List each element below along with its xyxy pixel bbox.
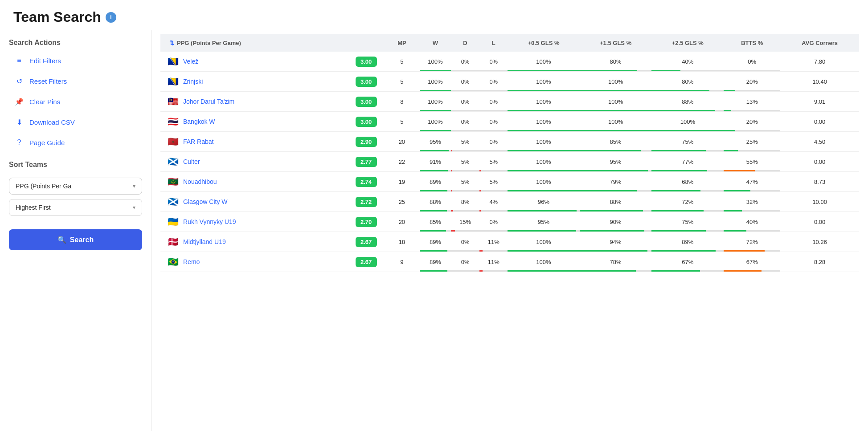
download-icon: ⬇ xyxy=(14,117,24,127)
stat-cell: 0% xyxy=(724,52,780,72)
pin-icon: 📌 xyxy=(14,97,24,106)
team-flag: 🏴󠁧󠁢󠁳󠁣󠁴󠁿 xyxy=(168,196,179,207)
team-name[interactable]: Midtjylland U19 xyxy=(183,232,351,252)
team-name[interactable]: Remo xyxy=(183,252,351,272)
team-name[interactable]: Velež xyxy=(183,52,351,71)
search-button-label: Search xyxy=(70,236,94,244)
table-row: 🇲🇦 FAR Rabat 2.90 20 95% 5% 0% 100% xyxy=(160,132,859,152)
team-flag: 🇺🇦 xyxy=(168,216,179,227)
team-name[interactable]: Zrinjski xyxy=(183,72,351,91)
stat-cell: 96% xyxy=(508,192,580,212)
sort-field-dropdown[interactable]: PPG (Points Per Ga ▾ xyxy=(9,178,142,195)
stat-cell: 90% xyxy=(580,212,652,232)
main-content: Search Actions ≡ Edit Filters ↺ Reset Fi… xyxy=(0,30,868,431)
corners-cell: 0.00 xyxy=(780,212,859,232)
stat-cell: 25% xyxy=(724,132,780,152)
stat-cell: 0% xyxy=(479,112,508,132)
team-name[interactable]: Rukh Vynnyky U19 xyxy=(183,212,351,232)
corners-cell: 8.73 xyxy=(780,172,859,192)
corners-cell: 8.28 xyxy=(780,252,859,272)
corners-cell: 0.00 xyxy=(780,152,859,172)
team-name[interactable]: FAR Rabat xyxy=(183,132,351,151)
ppg-badge: 2.72 xyxy=(356,197,377,207)
table-row: 🇹🇭 Bangkok W 3.00 5 100% 0% 0% 100% xyxy=(160,112,859,132)
stat-cell: 100% xyxy=(508,152,580,172)
stat-cell: 40% xyxy=(724,212,780,232)
search-button[interactable]: 🔍 Search xyxy=(9,229,142,250)
ppg-badge: 3.00 xyxy=(356,77,377,87)
team-name[interactable]: Glasgow City W xyxy=(183,192,351,211)
team-name[interactable]: Culter xyxy=(183,152,351,171)
team-flag: 🇧🇦 xyxy=(168,76,179,87)
stat-cell: 100% xyxy=(508,92,580,112)
stat-cell: 20% xyxy=(724,72,780,92)
stat-cell: 89% xyxy=(420,172,450,192)
col-header-mp: MP xyxy=(384,34,420,52)
stat-cell: 100% xyxy=(580,112,652,132)
clear-pins-button[interactable]: 📌 Clear Pins xyxy=(9,92,142,111)
sliders-icon: ≡ xyxy=(14,56,24,65)
stat-cell: 0% xyxy=(479,72,508,92)
stat-cell: 5% xyxy=(451,172,480,192)
team-cell: 🇺🇦 Rukh Vynnyky U19 2.70 xyxy=(160,212,384,232)
sidebar-actions-list: ≡ Edit Filters ↺ Reset Filters 📌 Clear P… xyxy=(9,51,142,152)
team-name[interactable]: Johor Darul Ta'zim xyxy=(183,92,351,111)
mp-cell: 8 xyxy=(384,92,420,112)
stat-cell: 0% xyxy=(479,132,508,152)
stat-cell: 8% xyxy=(451,192,480,212)
stat-cell: 100% xyxy=(420,92,450,112)
table-row: 🇧🇷 Remo 2.67 9 89% 0% 11% 100% xyxy=(160,252,859,272)
stat-cell: 95% xyxy=(580,152,652,172)
sort-order-dropdown[interactable]: Highest First ▾ xyxy=(9,199,142,216)
stat-cell: 100% xyxy=(508,132,580,152)
corners-cell: 7.80 xyxy=(780,52,859,72)
stat-cell: 40% xyxy=(651,52,724,72)
team-flag: 🇩🇰 xyxy=(168,236,179,247)
chevron-down-icon-2: ▾ xyxy=(133,204,135,211)
page-header: Team Search i xyxy=(0,0,868,30)
stat-cell: 85% xyxy=(420,212,450,232)
stat-cell: 89% xyxy=(420,232,450,252)
stat-cell: 55% xyxy=(724,152,780,172)
stat-cell: 0% xyxy=(451,92,480,112)
col-header-g15: +1.5 GLS % xyxy=(580,34,652,52)
stat-cell: 100% xyxy=(420,52,450,72)
stat-cell: 95% xyxy=(508,212,580,232)
info-icon[interactable]: i xyxy=(106,12,116,23)
mp-cell: 9 xyxy=(384,252,420,272)
table-row: 🏴󠁧󠁢󠁳󠁣󠁴󠁿 Glasgow City W 2.72 25 88% 8% 4% xyxy=(160,192,859,212)
team-name[interactable]: Nouadhibou xyxy=(183,172,351,191)
team-flag: 🇲🇷 xyxy=(168,176,179,187)
team-name[interactable]: Bangkok W xyxy=(183,112,351,131)
table-header-row: ⇅ PPG (Points Per Game) MP W D L +0.5 GL… xyxy=(160,34,859,52)
mp-cell: 20 xyxy=(384,212,420,232)
mp-cell: 19 xyxy=(384,172,420,192)
sort-order-value: Highest First xyxy=(16,204,51,211)
corners-cell: 10.40 xyxy=(780,72,859,92)
stat-cell: 100% xyxy=(508,72,580,92)
table-area: ⇅ PPG (Points Per Game) MP W D L +0.5 GL… xyxy=(151,30,868,431)
stat-cell: 11% xyxy=(479,252,508,272)
stat-cell: 72% xyxy=(651,192,724,212)
col-header-g25: +2.5 GLS % xyxy=(651,34,724,52)
edit-filters-button[interactable]: ≡ Edit Filters xyxy=(9,51,142,70)
corners-cell: 4.50 xyxy=(780,132,859,152)
stat-cell: 67% xyxy=(724,252,780,272)
stat-cell: 100% xyxy=(420,112,450,132)
reset-filters-button[interactable]: ↺ Reset Filters xyxy=(9,72,142,90)
page-guide-button[interactable]: ? Page Guide xyxy=(9,133,142,152)
stat-cell: 100% xyxy=(420,72,450,92)
col-header-team[interactable]: ⇅ PPG (Points Per Game) xyxy=(160,34,384,52)
ppg-badge: 2.77 xyxy=(356,157,377,167)
stat-cell: 15% xyxy=(451,212,480,232)
stat-cell: 100% xyxy=(651,112,724,132)
reset-icon: ↺ xyxy=(14,76,24,86)
page-guide-label: Page Guide xyxy=(29,139,65,146)
stat-cell: 13% xyxy=(724,92,780,112)
stat-cell: 47% xyxy=(724,172,780,192)
stat-cell: 80% xyxy=(651,72,724,92)
stat-cell: 5% xyxy=(451,132,480,152)
stat-cell: 5% xyxy=(479,152,508,172)
table-row: 🇧🇦 Zrinjski 3.00 5 100% 0% 0% 100% xyxy=(160,72,859,92)
download-csv-button[interactable]: ⬇ Download CSV xyxy=(9,113,142,131)
